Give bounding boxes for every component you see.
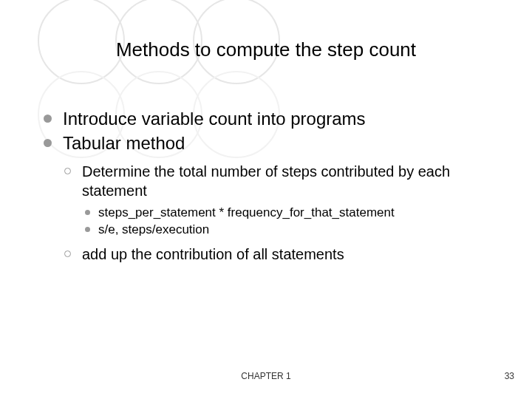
- sub-bullet-determine-steps: Determine the total number of steps cont…: [63, 162, 499, 239]
- bullet-introduce-variable: Introduce variable count into programs: [41, 107, 499, 130]
- sub-bullet-add-up: add up the contribution of all statement…: [63, 245, 499, 264]
- bullet-tabular-method: Tabular method Determine the total numbe…: [41, 132, 499, 264]
- detail-bullet-se: s/e, steps/execution: [82, 222, 499, 239]
- detail-text: steps_per_statement * frequency_for_that…: [98, 205, 395, 219]
- bullet-text: Introduce variable count into programs: [63, 109, 366, 129]
- footer-page-number: 33: [505, 371, 514, 381]
- detail-text: s/e, steps/execution: [98, 222, 209, 236]
- footer-chapter: CHAPTER 1: [0, 371, 532, 381]
- bullet-text: Tabular method: [63, 133, 185, 153]
- slide-title: Methods to compute the step count: [0, 38, 532, 61]
- sub-bullet-text: add up the contribution of all statement…: [82, 246, 344, 262]
- slide-body: Introduce variable count into programs T…: [41, 107, 499, 268]
- sub-bullet-text: Determine the total number of steps cont…: [82, 163, 450, 199]
- detail-bullet-formula: steps_per_statement * frequency_for_that…: [82, 205, 499, 222]
